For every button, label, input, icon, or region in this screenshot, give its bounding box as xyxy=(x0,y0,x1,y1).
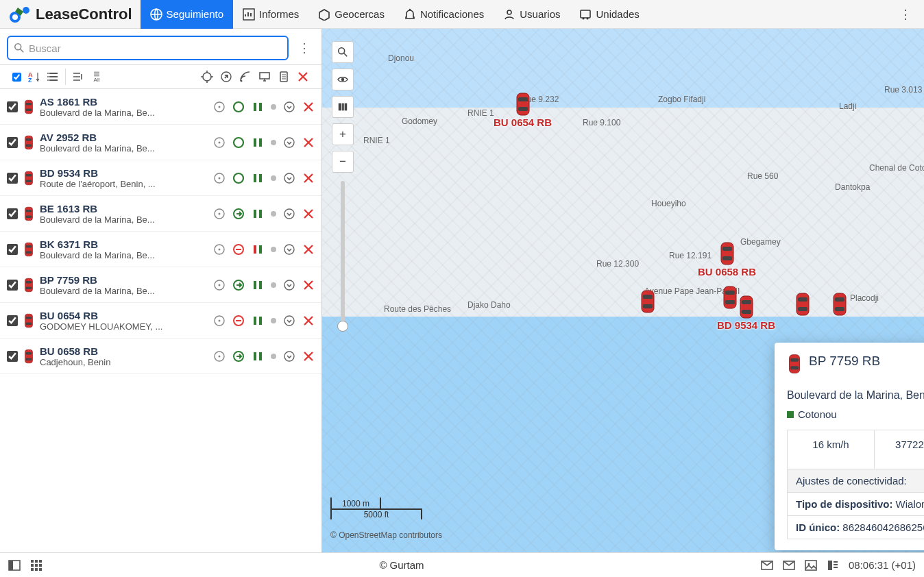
signal-bars-icon[interactable] xyxy=(252,136,264,149)
header-target-icon[interactable] xyxy=(201,71,213,83)
signal-bars-icon[interactable] xyxy=(252,101,264,113)
log-icon[interactable] xyxy=(827,559,839,572)
header-send-icon[interactable] xyxy=(220,71,232,83)
motion-icon[interactable] xyxy=(232,172,245,184)
zoom-slider[interactable] xyxy=(341,181,345,332)
locate-icon[interactable] xyxy=(213,315,226,327)
car-icon xyxy=(23,206,34,221)
remove-icon[interactable] xyxy=(302,243,315,256)
motion-icon[interactable] xyxy=(232,136,245,149)
motion-icon[interactable] xyxy=(232,101,245,113)
tab-tracking[interactable]: Seguimiento xyxy=(141,0,233,29)
unit-checkbox[interactable] xyxy=(7,351,18,362)
dropdown-icon[interactable] xyxy=(283,350,295,363)
locate-icon[interactable] xyxy=(213,279,226,291)
unit-checkbox[interactable] xyxy=(7,208,18,219)
tab-users[interactable]: Usuarios xyxy=(494,0,570,29)
unit-checkbox[interactable] xyxy=(7,280,18,291)
map-search-button[interactable] xyxy=(332,41,354,63)
signal-bars-icon[interactable] xyxy=(252,350,264,363)
header-signal-icon[interactable] xyxy=(239,71,252,83)
map-marker[interactable] xyxy=(794,292,812,317)
dropdown-icon[interactable] xyxy=(283,315,295,327)
search-icon xyxy=(14,42,25,53)
remove-icon[interactable] xyxy=(302,101,315,113)
header-remove-icon[interactable] xyxy=(297,71,309,83)
unit-row[interactable]: BE 1613 RB Boulevard de la Marina, Be... xyxy=(0,196,321,232)
dropdown-icon[interactable] xyxy=(283,172,295,184)
remove-icon[interactable] xyxy=(302,208,315,220)
tab-reports[interactable]: Informes xyxy=(233,0,308,29)
remove-icon[interactable] xyxy=(302,172,315,184)
motion-icon[interactable] xyxy=(232,350,245,363)
car-icon xyxy=(23,99,34,114)
panel-toggle-icon[interactable] xyxy=(8,559,21,572)
unit-checkbox[interactable] xyxy=(7,101,18,112)
add-column-icon[interactable] xyxy=(71,71,84,83)
zoom-in-button[interactable]: + xyxy=(332,123,354,145)
remove-icon[interactable] xyxy=(302,350,315,363)
locate-icon[interactable] xyxy=(213,350,226,363)
unit-row[interactable]: AS 1861 RB Boulevard de la Marina, Be... xyxy=(0,89,321,125)
mail-out-icon[interactable] xyxy=(783,559,795,572)
dropdown-icon[interactable] xyxy=(283,136,295,149)
locate-icon[interactable] xyxy=(213,243,226,256)
dropdown-icon[interactable] xyxy=(283,101,295,113)
motion-icon[interactable] xyxy=(232,208,245,220)
remove-icon[interactable] xyxy=(302,279,315,291)
image-icon[interactable] xyxy=(805,559,817,572)
search-input[interactable] xyxy=(29,42,282,54)
tab-units[interactable]: Unidades xyxy=(570,0,648,29)
unit-row[interactable]: BD 9534 RB Route de l'aéroport, Benin, .… xyxy=(0,160,321,196)
dropdown-icon[interactable] xyxy=(283,243,295,256)
tab-geofences[interactable]: Geocercas xyxy=(308,0,394,29)
remove-icon[interactable] xyxy=(302,315,315,327)
map-marker[interactable] xyxy=(831,292,849,317)
topbar-menu-button[interactable]: ⋮ xyxy=(887,7,924,22)
header-report-icon[interactable] xyxy=(278,71,290,83)
signal-bars-icon[interactable] xyxy=(252,279,264,291)
signal-bars-icon[interactable] xyxy=(252,315,264,327)
map-marker[interactable]: BU 0654 RB xyxy=(494,92,552,128)
signal-bars-icon[interactable] xyxy=(252,243,264,256)
motion-icon[interactable] xyxy=(232,315,245,327)
map-marker[interactable] xyxy=(639,289,657,314)
tab-notifications[interactable]: Notificaciones xyxy=(394,0,494,29)
popup-odometer: 37722 km xyxy=(875,430,924,469)
locate-icon[interactable] xyxy=(213,208,226,220)
unit-checkbox[interactable] xyxy=(7,137,18,148)
map-layers-button[interactable] xyxy=(332,96,354,118)
header-monitor-icon[interactable] xyxy=(258,71,271,83)
select-all-checkbox[interactable] xyxy=(12,73,21,82)
search-box[interactable] xyxy=(7,36,289,60)
motion-icon[interactable] xyxy=(232,279,245,291)
unit-row[interactable]: AV 2952 RB Boulevard de la Marina, Be... xyxy=(0,125,321,160)
signal-bars-icon[interactable] xyxy=(252,172,264,184)
unit-row[interactable]: BU 0654 RB GODOMEY HLOUAKOMEY, ... xyxy=(0,303,321,339)
unit-checkbox[interactable] xyxy=(7,315,18,326)
locate-icon[interactable] xyxy=(213,172,226,184)
dropdown-icon[interactable] xyxy=(283,279,295,291)
unit-checkbox[interactable] xyxy=(7,244,18,255)
map-visibility-button[interactable] xyxy=(332,69,354,90)
remove-icon[interactable] xyxy=(302,136,315,149)
map-marker[interactable]: BU 0658 RB xyxy=(698,241,756,278)
sidebar-menu-button[interactable]: ⋮ xyxy=(294,40,315,56)
map-marker[interactable] xyxy=(721,285,739,310)
sms-icon[interactable] xyxy=(761,559,773,572)
locate-icon[interactable] xyxy=(213,101,226,113)
list-view-icon[interactable] xyxy=(47,71,60,83)
show-all-icon[interactable]: All xyxy=(90,71,103,83)
sort-icon[interactable] xyxy=(28,71,40,83)
unit-checkbox[interactable] xyxy=(7,173,18,184)
apps-grid-icon[interactable] xyxy=(30,559,42,572)
locate-icon[interactable] xyxy=(213,136,226,149)
motion-icon[interactable] xyxy=(232,243,245,256)
map[interactable]: GodomeyZogbo FifadjiRue 560HoueyihoDanto… xyxy=(322,29,924,552)
zoom-out-button[interactable]: − xyxy=(332,151,354,173)
unit-row[interactable]: BK 6371 RB Boulevard de la Marina, Be... xyxy=(0,232,321,267)
unit-row[interactable]: BU 0658 RB Cadjehoun, Benin xyxy=(0,339,321,374)
signal-bars-icon[interactable] xyxy=(252,208,264,220)
unit-row[interactable]: BP 7759 RB Boulevard de la Marina, Be... xyxy=(0,267,321,303)
dropdown-icon[interactable] xyxy=(283,208,295,220)
